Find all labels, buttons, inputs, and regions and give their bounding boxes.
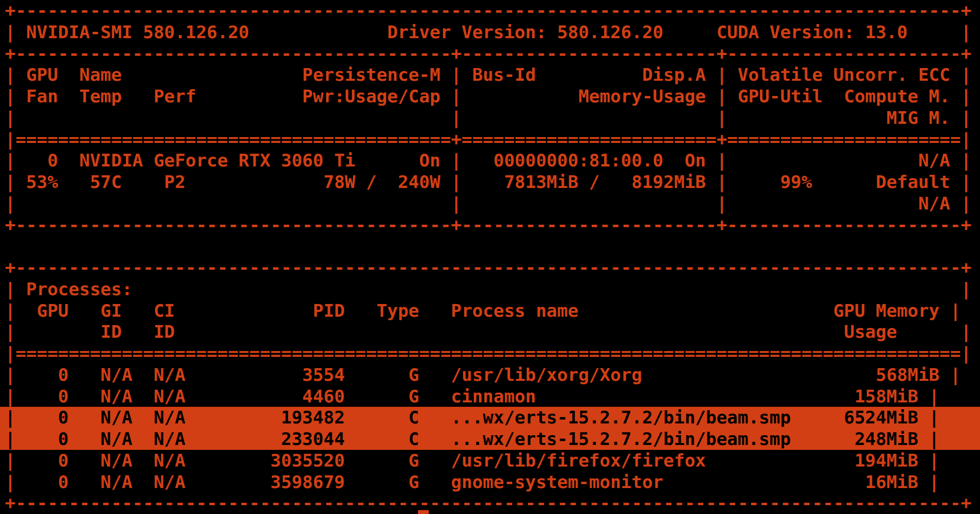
process-row-gnome-monitor: | 0 N/A N/A 3598679 G gnome-system-monit… <box>0 471 980 493</box>
process-columns-header-row2: | ID ID Usage | <box>0 321 980 343</box>
gpu-columns-header-row3: | | | MIG M. | <box>0 107 980 129</box>
smi-table-border-top: +---------------------------------------… <box>0 0 980 22</box>
gpu-columns-header-row2: | Fan Temp Perf Pwr:Usage/Cap | Memory-U… <box>0 86 980 107</box>
terminal-cursor <box>418 510 429 514</box>
terminal-screen[interactable]: +---------------------------------------… <box>0 0 980 514</box>
gpu-row-line1: | 0 NVIDIA GeForce RTX 3060 Ti On | 0000… <box>0 150 980 171</box>
smi-table-border-bottom: +---------------------------------------… <box>0 214 980 236</box>
process-row-firefox: | 0 N/A N/A 3035520 G /usr/lib/firefox/f… <box>0 450 980 471</box>
process-row-beam-highlighted-2: | 0 N/A N/A 233044 C ...wx/erts-15.2.7.2… <box>0 428 980 450</box>
smi-header-separator: +---------------------------------------… <box>0 43 980 65</box>
gpu-header-rule: |=======================================… <box>0 129 980 150</box>
smi-version-header: | NVIDIA-SMI 580.126.20 Driver Version: … <box>0 22 980 43</box>
processes-title: | Processes: | <box>0 279 980 300</box>
gpu-row-line3: | | | N/A | <box>0 193 980 214</box>
process-row-beam-highlighted-1: | 0 N/A N/A 193482 C ...wx/erts-15.2.7.2… <box>0 407 980 428</box>
process-row-cinnamon: | 0 N/A N/A 4460 G cinnamon 158MiB | <box>0 386 980 407</box>
process-columns-header-row1: | GPU GI CI PID Type Process name GPU Me… <box>0 300 980 322</box>
process-table-border-top: +---------------------------------------… <box>0 257 980 279</box>
gpu-row-line2: | 53% 57C P2 78W / 240W | 7813MiB / 8192… <box>0 171 980 193</box>
process-table-border-bottom: +---------------------------------------… <box>0 492 980 514</box>
process-header-rule: |=======================================… <box>0 343 980 364</box>
process-row-xorg: | 0 N/A N/A 3554 G /usr/lib/xorg/Xorg 56… <box>0 364 980 386</box>
blank-line <box>0 235 980 257</box>
gpu-columns-header-row1: | GPU Name Persistence-M | Bus-Id Disp.A… <box>0 64 980 86</box>
